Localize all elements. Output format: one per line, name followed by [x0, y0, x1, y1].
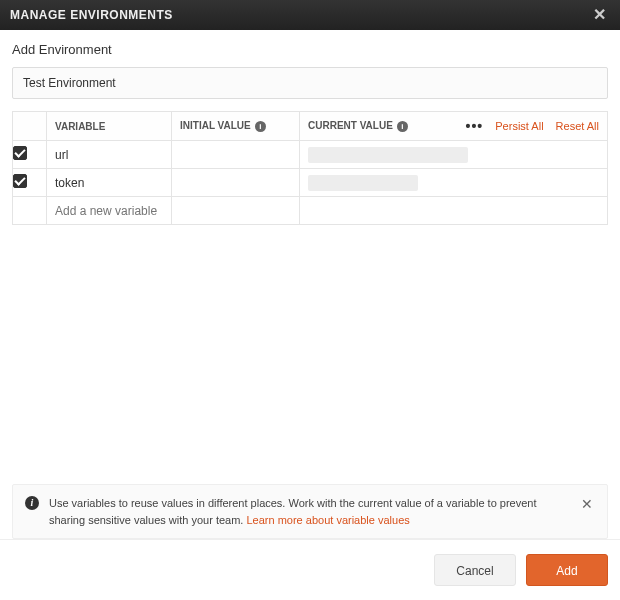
add-button[interactable]: Add	[526, 554, 608, 586]
add-variable-input[interactable]	[47, 198, 171, 224]
initial-value-cell[interactable]	[172, 205, 299, 217]
footer: Cancel Add	[0, 539, 620, 600]
table-row: url	[13, 141, 608, 169]
table-row-new	[13, 197, 608, 225]
column-header-variable: VARIABLE	[47, 112, 172, 141]
learn-more-link[interactable]: Learn more about variable values	[246, 514, 409, 526]
titlebar: MANAGE ENVIRONMENTS ✕	[0, 0, 620, 30]
initial-value-cell[interactable]	[172, 149, 299, 161]
environment-name-input[interactable]	[12, 67, 608, 99]
cancel-button[interactable]: Cancel	[434, 554, 516, 586]
info-icon: i	[25, 496, 39, 510]
column-header-checkbox	[13, 112, 47, 141]
info-message: Use variables to reuse values in differe…	[49, 495, 569, 528]
info-icon[interactable]: i	[397, 121, 408, 132]
info-banner: i Use variables to reuse values in diffe…	[12, 484, 608, 539]
table-row: token	[13, 169, 608, 197]
column-header-current-value: CURRENT VALUEi ••• Persist All Reset All	[300, 112, 608, 141]
reset-all-button[interactable]: Reset All	[556, 120, 599, 132]
current-value-cell-masked[interactable]	[308, 147, 468, 163]
more-actions-icon[interactable]: •••	[466, 118, 484, 134]
close-icon[interactable]: ✕	[579, 495, 595, 513]
persist-all-button[interactable]: Persist All	[495, 120, 543, 132]
current-value-cell-masked[interactable]	[308, 175, 418, 191]
page-heading: Add Environment	[12, 42, 608, 57]
close-icon[interactable]: ✕	[589, 3, 611, 27]
content-area: Add Environment VARIABLE INITIAL VALUEi …	[0, 30, 620, 476]
row-checkbox[interactable]	[13, 146, 27, 160]
current-value-cell[interactable]	[300, 205, 607, 217]
column-header-initial-value: INITIAL VALUEi	[172, 112, 300, 141]
row-checkbox[interactable]	[13, 174, 27, 188]
variables-table: VARIABLE INITIAL VALUEi CURRENT VALUEi •…	[12, 111, 608, 225]
titlebar-title: MANAGE ENVIRONMENTS	[10, 8, 173, 22]
variable-name-cell[interactable]: url	[47, 142, 171, 168]
initial-value-cell[interactable]	[172, 177, 299, 189]
info-icon[interactable]: i	[255, 121, 266, 132]
variable-name-cell[interactable]: token	[47, 170, 171, 196]
